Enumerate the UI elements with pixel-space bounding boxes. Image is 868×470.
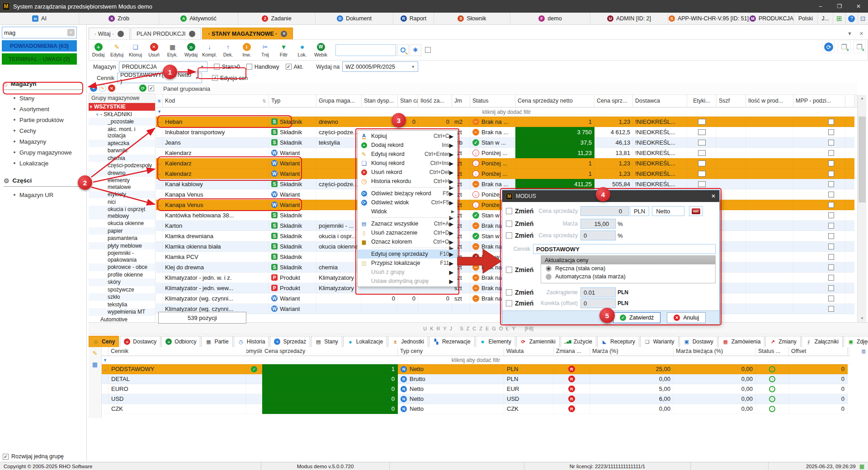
cell-mpp[interactable]	[793, 179, 845, 189]
table-row[interactable]: Jeans S Składnik tekstylia mb Stan w ...…	[156, 137, 857, 148]
header-sszf[interactable]: Sszf	[717, 95, 746, 107]
magazyn-select[interactable]: PRODUKCJA▼	[119, 61, 208, 72]
tree-item[interactable]: okucia okienne	[89, 220, 155, 227]
context-menu-item[interactable]: Usuń rekord Ctrl+Del ▶	[358, 168, 457, 177]
search-option-checkbox[interactable]	[425, 47, 431, 53]
detail-tab[interactable]: Rezerwacje	[429, 336, 475, 347]
cell-mpp[interactable]	[793, 293, 845, 304]
tree-item[interactable]: akc. mont. i izolacja	[89, 126, 155, 140]
context-menu-item[interactable]: Usuń z grupy ▶	[358, 268, 457, 277]
cell-cena-netto[interactable]: 37,5	[515, 137, 594, 148]
bheader-cennik[interactable]: Cennik	[108, 347, 246, 356]
menubar-item[interactable]: R Raport	[393, 13, 434, 24]
toolbar-button[interactable]: ↑ Dek.	[219, 40, 237, 60]
mpp-checkbox[interactable]	[828, 119, 834, 125]
window-switch-icon[interactable]: ⊡	[858, 13, 868, 24]
close-button[interactable]: ✕	[849, 0, 868, 13]
tree-header[interactable]: Grupy magazynowe	[89, 93, 156, 103]
help-icon[interactable]: ?	[846, 13, 858, 24]
tab-list-icon[interactable]: ▼	[847, 31, 852, 37]
bheader-zmiana[interactable]: Zmiana ...	[554, 347, 590, 356]
hide-details-bar[interactable]: UKRYJ SZCZEGÓŁY [F8]	[89, 322, 868, 334]
cena-spinner[interactable]: 0	[580, 206, 629, 216]
cell-cena-netto[interactable]: 1	[515, 117, 594, 127]
cell-cena-netto[interactable]: 11,23	[515, 148, 594, 158]
document-tab[interactable]: · STANY MAGAZYNOWE · ✕	[202, 28, 293, 39]
detail-tab[interactable]: Stany	[311, 336, 342, 347]
detail-tab[interactable]: Dostawcy	[120, 336, 160, 347]
detail-tab[interactable]: Zmiany	[765, 336, 800, 347]
edycja-cen-checkbox[interactable]: Edycja cen	[212, 75, 248, 81]
table-row[interactable]: Kanał kablowy S Składnik części-podze...…	[156, 179, 857, 189]
context-menu-item[interactable]: Edytuj cenę sprzedaży F10 ▶	[358, 249, 457, 258]
etykiety-checkbox[interactable]	[698, 171, 706, 177]
header-etykiety[interactable]: Etyki...	[687, 95, 717, 107]
close-icon[interactable]: ✕	[711, 193, 716, 199]
clear-search-icon[interactable]: ✕	[67, 29, 75, 36]
notifications-button[interactable]: POWIADOMIENIA (63)	[2, 40, 77, 52]
detail-tab[interactable]: Zużycie	[561, 336, 596, 347]
cell-mpp[interactable]	[793, 127, 845, 137]
detail-tab[interactable]: Partie	[201, 336, 232, 347]
menubar-item[interactable]: A Aktywność	[159, 13, 238, 24]
bheader-offset[interactable]: Offset	[789, 347, 848, 356]
maximize-button[interactable]: ❐	[830, 0, 849, 13]
etykiety-checkbox[interactable]	[698, 140, 706, 146]
toolbar-button[interactable]: W Webik	[311, 40, 330, 60]
tree-item[interactable]: nici	[89, 198, 155, 206]
cell-mpp[interactable]	[793, 210, 845, 221]
bheader-cena[interactable]: Cena sprzedaży	[262, 347, 398, 356]
mpp-checkbox[interactable]	[828, 306, 834, 312]
sidebar-item[interactable]: Magazyny	[4, 136, 83, 147]
cell-cena-netto[interactable]: 3 750	[515, 127, 594, 137]
sidebar-item[interactable]: Magazyn UR	[4, 189, 83, 200]
context-menu-item[interactable]: ▶	[358, 246, 457, 249]
mpp-checkbox[interactable]	[828, 129, 834, 135]
group-panel[interactable]: Panel grupowania	[156, 83, 857, 95]
bheader-typ-ceny[interactable]: Typ ceny	[398, 347, 504, 356]
etykiety-checkbox[interactable]	[698, 181, 706, 187]
zaokraglenie-spinner[interactable]: 0.01	[580, 287, 616, 297]
header-ilosc-w-prod[interactable]: Ilość w prod...	[746, 95, 793, 107]
tree-item[interactable]: chemia	[89, 155, 155, 162]
tree-item[interactable]: części-podzespoły	[89, 162, 155, 169]
toolbar-button[interactable]: ▼ Filtr	[274, 40, 293, 60]
tree-item[interactable]: elementy metalowe	[89, 177, 155, 191]
sidebar-item[interactable]: Grupy magazynowe	[4, 147, 83, 158]
zmien-zaokraglenie-checkbox[interactable]	[506, 289, 512, 296]
mpp-checkbox[interactable]	[828, 223, 834, 229]
sidebar-item[interactable]: Partie produktów	[4, 114, 83, 125]
tree-item[interactable]: spożywcze	[89, 286, 155, 294]
mpp-checkbox[interactable]	[828, 254, 834, 260]
cell-cena-sprzedazy[interactable]: 0	[262, 394, 398, 404]
section-czesci[interactable]: ⚙ Części ⌃	[4, 175, 83, 187]
expand-one-group-checkbox[interactable]: Rozwijaj jedną grupę	[3, 452, 64, 461]
sidebar-item[interactable]: Lokalizacje	[4, 158, 83, 169]
tree-checkbox[interactable]	[148, 85, 154, 91]
table-row[interactable]: Inkubator transportowy S Składnik części…	[156, 127, 857, 137]
expand-icon[interactable]: ∨	[90, 103, 94, 110]
cell-mpp[interactable]	[793, 117, 845, 127]
delete-group-icon[interactable]: ✕	[108, 85, 115, 92]
detail-tab[interactable]: Odbiorcy	[161, 336, 200, 347]
search-button[interactable]	[397, 44, 409, 56]
cell-mpp[interactable]	[793, 158, 845, 169]
cell-mpp[interactable]	[793, 200, 845, 210]
dialog-titlebar[interactable]: M MODUS ✕	[502, 190, 719, 202]
tab-close-icon[interactable]	[189, 31, 195, 37]
toolbar-button[interactable]: ✎ Edytuj	[108, 40, 126, 60]
bheader-status[interactable]: Status ...	[756, 347, 789, 356]
tree-item[interactable]: etykiety	[89, 191, 155, 198]
header-status[interactable]: Status	[470, 95, 515, 107]
menubar-item[interactable]: S APP-WIN-CHR-V.95 [ID: 51]	[668, 13, 750, 24]
header-kod[interactable]: Kod⇅	[163, 95, 269, 107]
cell-etykiety[interactable]	[687, 137, 717, 148]
wydaj-select[interactable]: WZ 00005/PR/2025▼	[342, 61, 418, 72]
context-menu-item[interactable]: ▶	[358, 216, 457, 219]
context-menu-item[interactable]: Ustaw domyślną grupę ▶	[358, 277, 457, 286]
detail-tab[interactable]: Ceny	[89, 336, 119, 347]
handlowy-checkbox[interactable]: Handlowy	[246, 64, 279, 70]
detail-tab[interactable]: Elementy	[476, 336, 515, 347]
context-menu-item[interactable]: Kopiuj Ctrl+C ▶	[358, 132, 457, 141]
minimize-button[interactable]: –	[811, 0, 830, 13]
